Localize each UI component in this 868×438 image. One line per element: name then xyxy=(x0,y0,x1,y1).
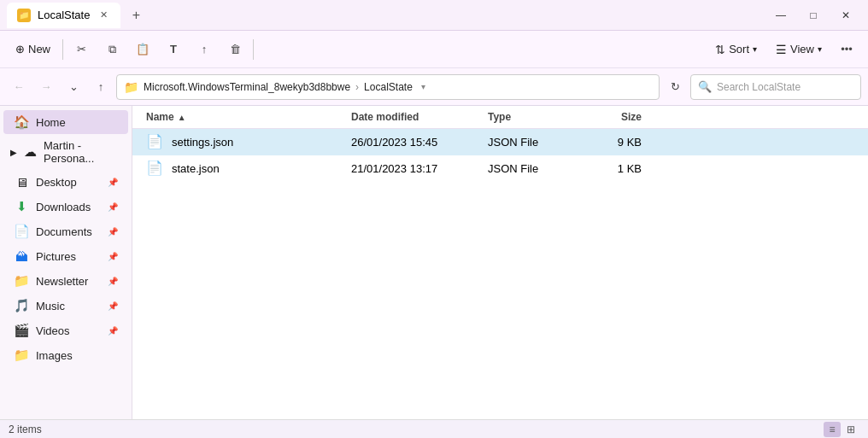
delete-button[interactable]: 🗑 xyxy=(220,36,249,63)
address-bar: ← → ⌄ ↑ 📁 Microsoft.WindowsTerminal_8wek… xyxy=(0,68,868,106)
minimize-button[interactable]: — xyxy=(765,2,796,29)
sidebar-item-home[interactable]: 🏠 Home xyxy=(3,110,128,134)
sidebar-newsletter-label: Newsletter xyxy=(36,275,88,288)
share-button[interactable]: ↑ xyxy=(190,36,219,63)
sidebar-item-images[interactable]: 📁 Images xyxy=(3,343,128,367)
pin-icon-pictures: 📌 xyxy=(108,252,118,261)
column-name[interactable]: Name ▲ xyxy=(146,111,351,123)
view-icon: ☰ xyxy=(776,43,787,56)
file-row-state[interactable]: 📄 state.json 21/01/2023 13:17 JSON File … xyxy=(132,155,868,182)
paste-button[interactable]: 📋 xyxy=(128,36,157,63)
breadcrumb-path1: Microsoft.WindowsTerminal_8wekyb3d8bbwe xyxy=(144,81,350,93)
active-tab[interactable]: 📁 LocalState ✕ xyxy=(7,3,120,28)
cloud-icon: ☁ xyxy=(24,144,37,160)
delete-icon: 🗑 xyxy=(230,43,241,55)
copy-icon: ⧉ xyxy=(108,43,116,56)
column-type-label: Type xyxy=(488,111,511,123)
sidebar-desktop-label: Desktop xyxy=(36,176,77,189)
dropdown-icon: ⌄ xyxy=(69,80,79,93)
address-field[interactable]: 📁 Microsoft.WindowsTerminal_8wekyb3d8bbw… xyxy=(116,74,660,100)
sidebar-item-newsletter[interactable]: 📁 Newsletter 📌 xyxy=(3,269,128,293)
file-type-label-settings: JSON File xyxy=(488,136,538,149)
sidebar-item-pictures[interactable]: 🏔 Pictures 📌 xyxy=(3,244,128,268)
new-tab-button[interactable]: + xyxy=(124,3,148,27)
up-button[interactable]: ↑ xyxy=(89,75,113,99)
tab-title: LocalState xyxy=(38,9,90,21)
column-date[interactable]: Date modified xyxy=(351,111,488,123)
sort-chevron-icon: ▾ xyxy=(753,44,757,54)
new-icon: ⊕ xyxy=(15,43,25,55)
file-size-settings: 9 KB xyxy=(573,136,642,149)
file-type-state: JSON File xyxy=(488,162,573,175)
back-icon: ← xyxy=(14,80,25,93)
sort-label: Sort xyxy=(729,43,749,55)
detail-view-button[interactable]: ⊞ xyxy=(842,422,859,437)
more-button[interactable]: ••• xyxy=(832,36,861,63)
address-folder-icon: 📁 xyxy=(124,80,138,94)
file-name-label-state: state.json xyxy=(172,162,220,175)
back-button[interactable]: ← xyxy=(7,75,31,99)
search-placeholder: Search LocalState xyxy=(717,81,801,93)
videos-icon: 🎬 xyxy=(14,323,29,338)
pin-icon-videos: 📌 xyxy=(108,326,118,336)
sidebar-documents-label: Documents xyxy=(36,225,92,238)
window-controls: — □ ✕ xyxy=(765,2,861,29)
file-type-label-state: JSON File xyxy=(488,162,538,175)
new-label: New xyxy=(28,43,50,55)
file-date-state: 21/01/2023 13:17 xyxy=(351,162,488,175)
pin-icon-newsletter: 📌 xyxy=(108,277,118,286)
forward-button[interactable]: → xyxy=(34,75,58,99)
breadcrumb-separator: › xyxy=(355,81,359,93)
refresh-button[interactable]: ↻ xyxy=(663,75,687,99)
column-type[interactable]: Type xyxy=(488,111,573,123)
share-icon: ↑ xyxy=(202,43,208,55)
view-button[interactable]: ☰ View ▾ xyxy=(767,36,830,63)
sidebar-images-label: Images xyxy=(36,349,73,362)
sort-button[interactable]: ⇅ Sort ▾ xyxy=(707,36,765,63)
dropdown-button[interactable]: ⌄ xyxy=(62,75,85,99)
column-size[interactable]: Size xyxy=(573,111,642,123)
tab-close-button[interactable]: ✕ xyxy=(97,9,110,22)
sidebar-onedrive[interactable]: ▶ ☁ Martin - Persona... xyxy=(0,135,132,169)
pin-icon-desktop: 📌 xyxy=(108,178,118,187)
pin-icon-downloads: 📌 xyxy=(108,202,118,212)
home-icon: 🏠 xyxy=(14,114,29,130)
sidebar-downloads-label: Downloads xyxy=(36,201,91,213)
column-date-label: Date modified xyxy=(351,111,419,123)
list-view-button[interactable]: ≡ xyxy=(824,422,841,437)
file-type-settings: JSON File xyxy=(488,136,573,149)
toolbar: ⊕ New ✂ ⧉ 📋 T ↑ 🗑 ⇅ Sort ▾ ☰ View ▾ ••• xyxy=(0,31,868,68)
rename-button[interactable]: T xyxy=(159,36,188,63)
cut-button[interactable]: ✂ xyxy=(67,36,96,63)
new-button[interactable]: ⊕ New xyxy=(7,36,59,63)
file-size-label-state: 1 KB xyxy=(618,162,642,175)
file-icon-state: 📄 xyxy=(146,160,163,177)
pin-icon-documents: 📌 xyxy=(108,227,118,237)
main-area: 🏠 Home ▶ ☁ Martin - Persona... 🖥 Desktop… xyxy=(0,106,868,419)
file-row-settings[interactable]: 📄 settings.json 26/01/2023 15:45 JSON Fi… xyxy=(132,129,868,155)
view-label: View xyxy=(790,43,814,55)
search-box[interactable]: 🔍 Search LocalState xyxy=(690,74,861,100)
view-chevron-icon: ▾ xyxy=(818,44,822,54)
maximize-button[interactable]: □ xyxy=(798,2,829,29)
pictures-icon: 🏔 xyxy=(14,248,29,264)
view-toggle-buttons: ≡ ⊞ xyxy=(824,422,859,437)
refresh-icon: ↻ xyxy=(671,80,680,93)
search-icon: 🔍 xyxy=(698,80,712,93)
expand-icon: ▶ xyxy=(10,148,17,157)
copy-button[interactable]: ⧉ xyxy=(97,36,126,63)
sidebar-item-documents[interactable]: 📄 Documents 📌 xyxy=(3,219,128,243)
sidebar-item-desktop[interactable]: 🖥 Desktop 📌 xyxy=(3,170,128,194)
documents-icon: 📄 xyxy=(14,224,29,239)
status-bar: 2 items ≡ ⊞ xyxy=(0,419,868,438)
sidebar: 🏠 Home ▶ ☁ Martin - Persona... 🖥 Desktop… xyxy=(0,106,132,419)
more-icon: ••• xyxy=(841,43,853,55)
file-name-state: 📄 state.json xyxy=(146,160,351,177)
sidebar-item-downloads[interactable]: ⬇ Downloads 📌 xyxy=(3,195,128,219)
window-close-button[interactable]: ✕ xyxy=(830,2,861,29)
sidebar-item-videos[interactable]: 🎬 Videos 📌 xyxy=(3,318,128,342)
sidebar-item-music[interactable]: 🎵 Music 📌 xyxy=(3,294,128,318)
forward-icon: → xyxy=(41,80,52,93)
sidebar-music-label: Music xyxy=(36,300,65,312)
pin-icon-music: 📌 xyxy=(108,301,118,311)
